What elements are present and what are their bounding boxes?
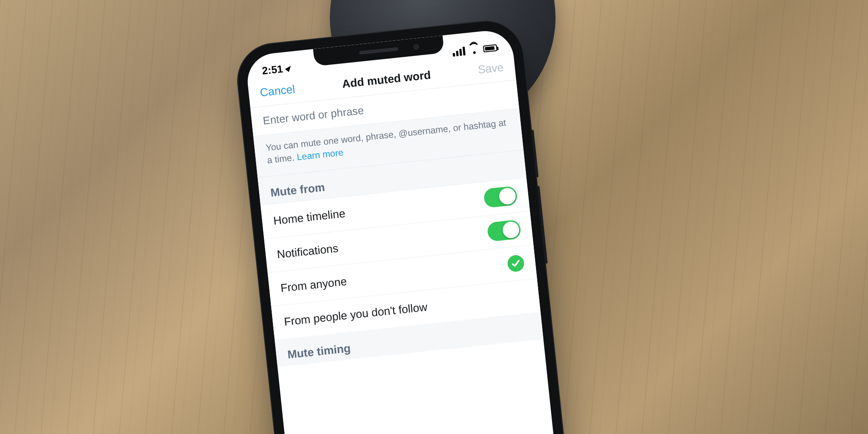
row-label: Home timeline <box>273 207 346 227</box>
cellular-signal-icon <box>452 47 466 57</box>
row-label: From people you don't follow <box>283 300 428 329</box>
save-button[interactable]: Save <box>477 61 504 77</box>
toggle-home-timeline[interactable] <box>483 186 518 208</box>
wifi-icon <box>469 45 479 55</box>
status-time: 2:51 <box>261 63 283 77</box>
check-icon <box>507 254 525 273</box>
row-label: From anyone <box>280 275 348 295</box>
battery-icon <box>483 44 497 53</box>
learn-more-link[interactable]: Learn more <box>296 148 344 162</box>
toggle-notifications[interactable] <box>487 220 521 242</box>
phone-screen: 2:51 Cancel Add muted word Save <box>245 28 568 434</box>
word-input-placeholder: Enter word or phrase <box>262 104 364 127</box>
location-services-icon <box>285 64 293 72</box>
page-title: Add muted word <box>342 68 431 91</box>
row-label: Notifications <box>276 241 339 261</box>
cancel-button[interactable]: Cancel <box>260 82 296 99</box>
